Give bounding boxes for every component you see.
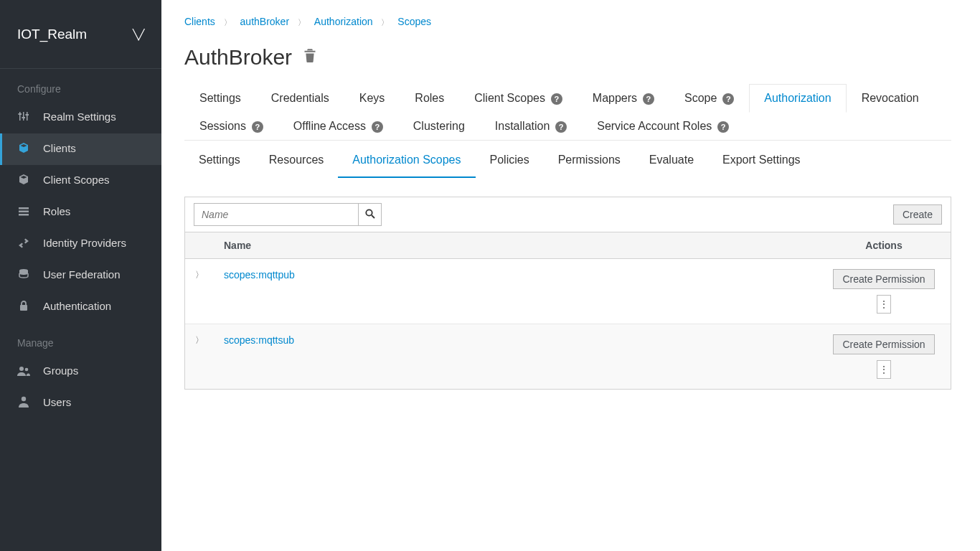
breadcrumb-current: Scopes <box>397 16 431 27</box>
tab-service-account-roles[interactable]: Service Account Roles <box>582 112 744 140</box>
create-permission-button[interactable]: Create Permission <box>833 269 934 289</box>
page-title-row: AuthBroker <box>184 45 951 70</box>
sidebar-item-roles[interactable]: Roles <box>0 197 161 228</box>
breadcrumb-clients[interactable]: Clients <box>184 16 215 27</box>
subtab-policies[interactable]: Policies <box>476 146 544 178</box>
tab-authorization[interactable]: Authorization <box>749 84 846 113</box>
table-row: 〉scopes:mqttpubCreate Permission⋮ <box>185 259 951 324</box>
authorization-subtabs: SettingsResourcesAuthorization ScopesPol… <box>184 146 951 178</box>
tab-settings[interactable]: Settings <box>184 84 256 112</box>
help-icon[interactable] <box>640 93 654 104</box>
breadcrumb-authorization[interactable]: Authorization <box>314 16 373 27</box>
realm-selector[interactable]: IOT_Realm ╲╱ <box>0 0 161 69</box>
tab-clustering[interactable]: Clustering <box>398 112 480 140</box>
svg-point-12 <box>25 368 29 372</box>
table-row: 〉scopes:mqttsubCreate Permission⋮ <box>185 324 951 390</box>
sidebar-item-groups[interactable]: Groups <box>0 356 161 387</box>
svg-rect-6 <box>19 207 29 209</box>
client-tabs: SettingsCredentialsKeysRolesClient Scope… <box>184 84 951 141</box>
svg-rect-0 <box>19 112 21 121</box>
breadcrumb-client[interactable]: authBroker <box>240 16 289 27</box>
search-input[interactable] <box>194 203 359 226</box>
col-actions: Actions <box>817 232 951 259</box>
scope-link[interactable]: scopes:mqttsub <box>224 334 294 346</box>
tab-installation[interactable]: Installation <box>480 112 582 140</box>
help-icon[interactable] <box>249 121 263 132</box>
scopes-table: Name Actions 〉scopes:mqttpubCreate Permi… <box>185 232 951 389</box>
subtab-settings[interactable]: Settings <box>184 146 255 178</box>
exchange-icon <box>17 237 30 253</box>
sidebar-item-label: Clients <box>43 141 76 156</box>
col-name: Name <box>214 232 817 259</box>
create-permission-button[interactable]: Create Permission <box>833 334 934 354</box>
scopes-table-container: Create Name Actions 〉scopes:mqttpubCreat… <box>184 197 951 390</box>
expand-row-icon[interactable]: 〉 <box>185 259 214 324</box>
actions-cell: Create Permission⋮ <box>817 324 951 390</box>
tab-label: Scope <box>684 92 717 104</box>
tab-keys[interactable]: Keys <box>344 84 400 112</box>
sidebar-item-clients[interactable]: Clients <box>0 133 161 165</box>
tab-label: Sessions <box>199 120 246 132</box>
svg-rect-2 <box>27 112 28 121</box>
sidebar-item-users[interactable]: Users <box>0 387 161 419</box>
tab-client-scopes[interactable]: Client Scopes <box>459 84 578 112</box>
help-icon[interactable] <box>369 121 383 132</box>
tab-roles[interactable]: Roles <box>400 84 459 112</box>
help-icon[interactable] <box>720 93 734 104</box>
sidebar-item-label: Users <box>43 395 71 410</box>
row-menu-icon[interactable]: ⋮ <box>877 295 891 314</box>
cube-icon <box>17 142 30 158</box>
tab-label: Authorization <box>764 92 831 104</box>
create-button[interactable]: Create <box>893 204 942 225</box>
lock-icon <box>17 300 30 316</box>
svg-rect-1 <box>23 112 24 121</box>
sidebar-item-realm-settings[interactable]: Realm Settings <box>0 102 161 133</box>
chevron-right-icon: 〉 <box>224 18 232 27</box>
subtab-resources[interactable]: Resources <box>255 146 338 178</box>
sidebar-item-client-scopes[interactable]: Client Scopes <box>0 165 161 197</box>
svg-rect-7 <box>19 211 29 213</box>
tab-credentials[interactable]: Credentials <box>256 84 344 112</box>
actions-cell: Create Permission⋮ <box>817 259 951 324</box>
breadcrumb: Clients 〉 authBroker 〉 Authorization 〉 S… <box>184 16 951 28</box>
tab-offline-access[interactable]: Offline Access <box>278 112 398 140</box>
sidebar-item-label: Groups <box>43 363 78 379</box>
sidebar-item-label: Authentication <box>43 298 111 314</box>
cube-icon <box>17 174 30 189</box>
help-icon[interactable] <box>548 93 562 104</box>
user-icon <box>17 396 30 412</box>
svg-point-13 <box>22 397 26 401</box>
tab-sessions[interactable]: Sessions <box>184 112 278 140</box>
sidebar-item-label: User Federation <box>43 267 121 283</box>
tab-mappers[interactable]: Mappers <box>578 84 669 112</box>
tab-label: Clustering <box>413 120 465 132</box>
expand-row-icon[interactable]: 〉 <box>185 324 214 390</box>
scope-link[interactable]: scopes:mqttpub <box>224 269 295 281</box>
col-expand <box>185 232 214 259</box>
tab-label: Installation <box>495 120 550 132</box>
svg-point-11 <box>19 367 24 371</box>
page-title: AuthBroker <box>184 45 292 70</box>
sidebar-item-user-federation[interactable]: User Federation <box>0 260 161 291</box>
subtab-authorization-scopes[interactable]: Authorization Scopes <box>338 146 475 178</box>
svg-rect-8 <box>19 214 29 216</box>
tab-scope[interactable]: Scope <box>669 84 749 112</box>
database-icon <box>17 268 30 284</box>
sidebar-item-identity-providers[interactable]: Identity Providers <box>0 228 161 260</box>
help-icon[interactable] <box>552 121 567 132</box>
sidebar-item-label: Identity Providers <box>43 235 126 251</box>
subtab-permissions[interactable]: Permissions <box>544 146 635 178</box>
subtab-export-settings[interactable]: Export Settings <box>708 146 815 178</box>
sidebar-item-authentication[interactable]: Authentication <box>0 291 161 323</box>
main-content: Clients 〉 authBroker 〉 Authorization 〉 S… <box>161 0 980 551</box>
chevron-right-icon: 〉 <box>381 18 389 27</box>
subtab-evaluate[interactable]: Evaluate <box>635 146 708 178</box>
help-icon[interactable] <box>715 121 729 132</box>
tab-revocation[interactable]: Revocation <box>847 84 934 112</box>
row-menu-icon[interactable]: ⋮ <box>877 360 891 379</box>
chevron-right-icon: 〉 <box>298 18 306 27</box>
delete-client-icon[interactable] <box>303 48 316 67</box>
sidebar-section-manage: Manage <box>0 323 161 356</box>
svg-rect-4 <box>22 117 26 118</box>
search-button[interactable] <box>359 203 382 226</box>
